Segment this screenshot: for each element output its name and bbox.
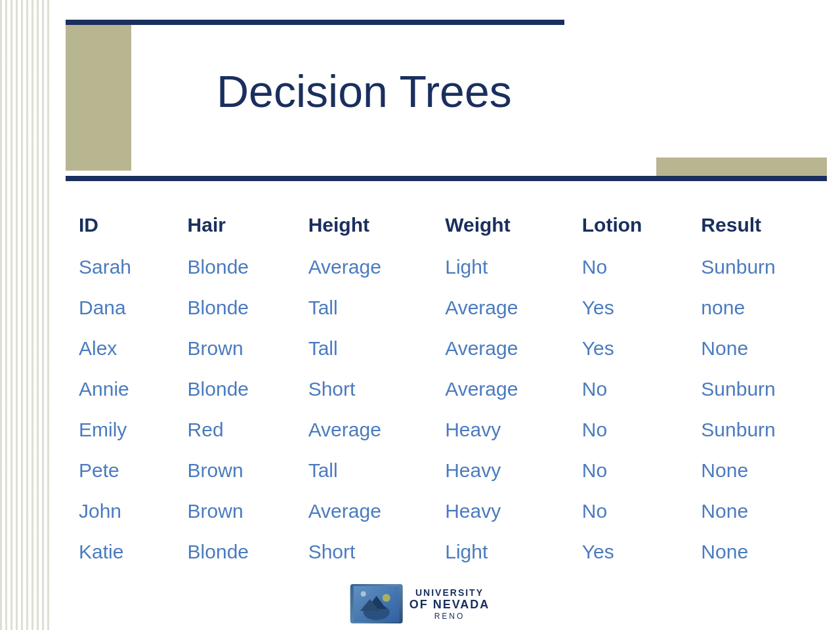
col-header-lotion: Lotion <box>569 203 688 247</box>
data-table-container: ID Hair Height Weight Lotion Result Sara… <box>66 203 827 572</box>
table-cell: Dana <box>66 287 175 328</box>
table-cell: Brown <box>175 450 295 491</box>
university-logo: UNIVERSITY OF NEVADA RENO <box>350 584 490 623</box>
col-header-hair: Hair <box>175 203 295 247</box>
table-cell: Sunburn <box>688 247 827 287</box>
table-cell: Heavy <box>432 450 569 491</box>
table-cell: Tall <box>295 328 432 369</box>
logo-text-block: UNIVERSITY OF NEVADA RENO <box>410 587 490 621</box>
table-row: JohnBrownAverageHeavyNoNone <box>66 491 827 532</box>
table-cell: Short <box>295 532 432 572</box>
table-cell: No <box>569 247 688 287</box>
table-cell: Sunburn <box>688 369 827 410</box>
table-cell: Short <box>295 369 432 410</box>
col-header-height: Height <box>295 203 432 247</box>
table-row: KatieBlondeShortLightYesNone <box>66 532 827 572</box>
table-cell: Heavy <box>432 491 569 532</box>
top-horizontal-line <box>66 20 564 25</box>
table-cell: Light <box>432 247 569 287</box>
table-cell: No <box>569 450 688 491</box>
table-cell: Average <box>295 491 432 532</box>
table-cell: Average <box>432 328 569 369</box>
svg-point-5 <box>361 591 366 597</box>
table-cell: Average <box>295 247 432 287</box>
page-title: Decision Trees <box>217 66 512 117</box>
table-cell: No <box>569 369 688 410</box>
tan-block-bottom-decoration <box>656 158 827 177</box>
table-cell: Light <box>432 532 569 572</box>
table-cell: Yes <box>569 287 688 328</box>
table-cell: Katie <box>66 532 175 572</box>
table-cell: Yes <box>569 328 688 369</box>
table-cell: No <box>569 491 688 532</box>
table-cell: Heavy <box>432 410 569 450</box>
table-cell: Sarah <box>66 247 175 287</box>
col-header-id: ID <box>66 203 175 247</box>
table-cell: Brown <box>175 491 295 532</box>
tan-block-top-decoration <box>66 20 131 171</box>
decision-tree-table: ID Hair Height Weight Lotion Result Sara… <box>66 203 827 572</box>
table-cell: none <box>688 287 827 328</box>
table-row: EmilyRedAverageHeavyNoSunburn <box>66 410 827 450</box>
logo-reno-text: RENO <box>434 612 465 621</box>
logo-graphic <box>350 584 403 623</box>
table-cell: Emily <box>66 410 175 450</box>
table-cell: Pete <box>66 450 175 491</box>
table-cell: Tall <box>295 287 432 328</box>
table-row: AnnieBlondeShortAverageNoSunburn <box>66 369 827 410</box>
table-cell: Blonde <box>175 287 295 328</box>
middle-horizontal-line <box>66 176 827 181</box>
table-row: DanaBlondeTallAverageYesnone <box>66 287 827 328</box>
left-stripes-decoration <box>0 0 52 630</box>
table-row: AlexBrownTallAverageYesNone <box>66 328 827 369</box>
table-cell: No <box>569 410 688 450</box>
logo-nevada-text: OF NEVADA <box>410 598 490 612</box>
table-row: SarahBlondeAverageLightNoSunburn <box>66 247 827 287</box>
table-cell: Sunburn <box>688 410 827 450</box>
svg-point-4 <box>383 594 390 602</box>
table-cell: Brown <box>175 328 295 369</box>
table-cell: Alex <box>66 328 175 369</box>
col-header-weight: Weight <box>432 203 569 247</box>
table-cell: Blonde <box>175 369 295 410</box>
table-cell: Average <box>295 410 432 450</box>
table-cell: None <box>688 532 827 572</box>
table-row: PeteBrownTallHeavyNoNone <box>66 450 827 491</box>
table-cell: Blonde <box>175 247 295 287</box>
table-cell: John <box>66 491 175 532</box>
table-cell: None <box>688 450 827 491</box>
table-cell: Blonde <box>175 532 295 572</box>
table-cell: None <box>688 491 827 532</box>
table-cell: None <box>688 328 827 369</box>
table-cell: Red <box>175 410 295 450</box>
col-header-result: Result <box>688 203 827 247</box>
logo-university-text: UNIVERSITY <box>415 587 484 598</box>
table-cell: Average <box>432 287 569 328</box>
table-header-row: ID Hair Height Weight Lotion Result <box>66 203 827 247</box>
table-cell: Yes <box>569 532 688 572</box>
table-cell: Annie <box>66 369 175 410</box>
table-cell: Average <box>432 369 569 410</box>
table-cell: Tall <box>295 450 432 491</box>
